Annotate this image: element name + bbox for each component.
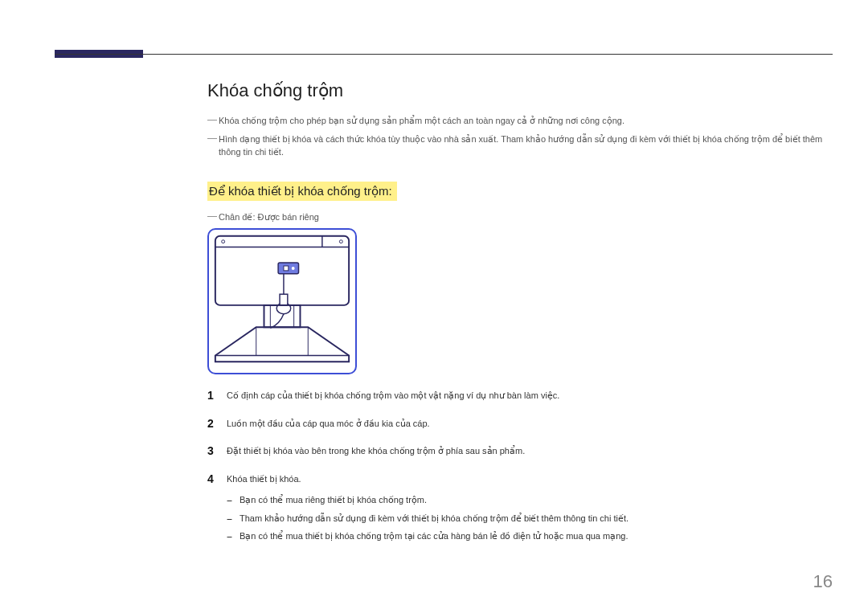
step-text: Khóa thiết bị khóa. xyxy=(227,474,301,484)
stand-note: Chân đế: Được bán riêng xyxy=(207,210,834,224)
svg-point-4 xyxy=(339,240,342,243)
step-item: Đặt thiết bị khóa vào bên trong khe khóa… xyxy=(207,444,834,458)
svg-rect-6 xyxy=(284,266,289,271)
step-item: Luồn một đầu của cáp qua móc ở đầu kia c… xyxy=(207,417,834,431)
step-item: Khóa thiết bị khóa. Bạn có thể mua riêng… xyxy=(207,472,834,543)
steps-list: Cố định cáp của thiết bị khóa chống trộm… xyxy=(207,389,834,543)
lock-diagram xyxy=(207,228,357,374)
page-title: Khóa chống trộm xyxy=(207,80,834,101)
sub-note-item: Bạn có thể mua riêng thiết bị khóa chống… xyxy=(227,493,834,507)
sub-notes-list: Bạn có thể mua riêng thiết bị khóa chống… xyxy=(227,493,834,543)
svg-rect-9 xyxy=(280,294,288,305)
main-content: Khóa chống trộm Khóa chống trộm cho phép… xyxy=(207,80,834,558)
svg-point-3 xyxy=(222,240,225,243)
note-item: Khóa chống trộm cho phép bạn sử dụng sản… xyxy=(207,114,834,128)
sub-note-item: Tham khảo hướng dẫn sử dụng đi kèm với t… xyxy=(227,512,834,525)
note-item: Hình dạng thiết bị khóa và cách thức khó… xyxy=(207,133,834,159)
step-item: Cố định cáp của thiết bị khóa chống trộm… xyxy=(207,389,834,403)
svg-point-7 xyxy=(292,267,295,270)
header-rule-line xyxy=(55,54,833,55)
monitor-lock-illustration xyxy=(209,230,355,373)
sub-note-item: Bạn có thể mua thiết bị khóa chống trộm … xyxy=(227,529,834,543)
section-subtitle: Để khóa thiết bị khóa chống trộm: xyxy=(207,182,397,201)
page-number: 16 xyxy=(813,571,833,592)
